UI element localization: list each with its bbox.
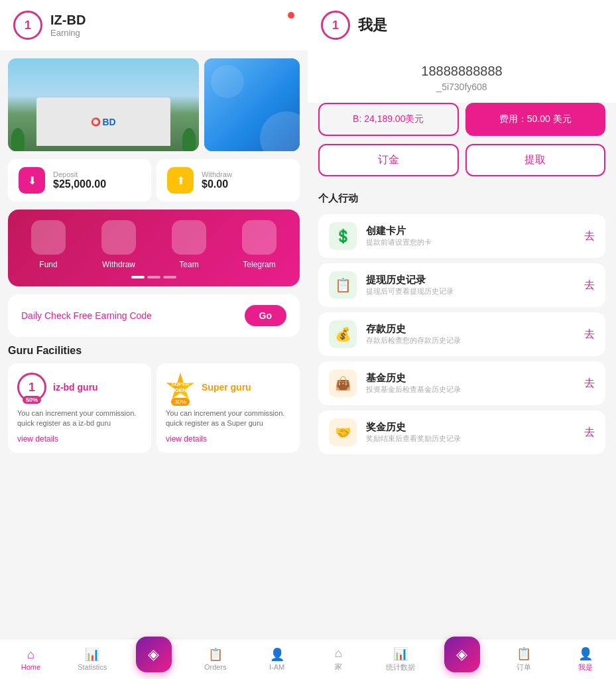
- menu-create-card[interactable]: 💲 创建卡片 提款前请设置您的卡 去: [318, 214, 605, 258]
- view-details-super[interactable]: view details: [166, 434, 290, 444]
- menu-deposit-history[interactable]: 💰 存款历史 存款后检查您的存款历史记录 去: [318, 312, 605, 356]
- check-code-section: Daily Check Free Earning Code Go: [8, 294, 300, 337]
- right-panel: 1 我是 18888888888 _5i730fy608 B: 24,189.0…: [308, 0, 616, 679]
- view-details-izbd[interactable]: view details: [17, 434, 142, 444]
- nav-center-left[interactable]: ◈: [123, 646, 185, 672]
- balance-fee-card: 费用：50.00 美元: [465, 103, 606, 136]
- right-content: 18888888888 _5i730fy608 B: 24,189.00美元 费…: [308, 50, 616, 679]
- withdraw-amount: $0.00: [202, 178, 232, 190]
- blue-blob-2: [211, 65, 244, 98]
- statistics-icon: 📊: [85, 647, 99, 662]
- left-content: ⭕ BD: [0, 50, 308, 679]
- withdraw-button[interactable]: 提取: [465, 144, 606, 176]
- create-card-content: 创建卡片 提款前请设置您的卡: [366, 225, 575, 247]
- home-icon: ⌂: [27, 648, 34, 662]
- nav-orders-label: Orders: [204, 663, 227, 671]
- dot-1: [131, 276, 145, 278]
- personal-section: 个人行动: [308, 187, 616, 214]
- guru-cards: 1 50% iz-bd guru You can increment your …: [8, 363, 300, 453]
- center-button-left[interactable]: ◈: [136, 637, 172, 672]
- fund-history-title: 基金历史: [366, 372, 575, 385]
- super-guru-badge: 30%: [171, 398, 190, 406]
- create-card-icon-box: 💲: [329, 222, 357, 250]
- user-id: _5i730fy608: [324, 82, 600, 92]
- right-nav-me[interactable]: 👤 我是: [554, 647, 616, 672]
- deposit-label: Deposit: [53, 170, 106, 178]
- profile-info: 18888888888 _5i730fy608: [308, 50, 616, 103]
- action-team[interactable]: Team: [172, 220, 206, 269]
- balance-b-card: B: 24,189.00美元: [318, 103, 459, 136]
- tree-left: [11, 128, 25, 151]
- center-button-right[interactable]: ◈: [444, 637, 480, 672]
- bonus-history-icon: 🤝: [335, 424, 351, 440]
- center-icon-right: ◈: [456, 646, 467, 663]
- iam-icon: 👤: [270, 647, 284, 662]
- right-title: 我是: [358, 15, 387, 35]
- nav-home[interactable]: ⌂ Home: [0, 648, 62, 671]
- stats-row: ⬇ Deposit $25,000.00 ⬆ Withdraw $0.00: [0, 159, 308, 210]
- create-card-subtitle: 提款前请设置您的卡: [366, 237, 575, 247]
- guru-name-izbd: iz-bd guru: [53, 382, 98, 393]
- right-nav-home-label: 家: [335, 662, 342, 672]
- withdraw-history-icon: 📋: [335, 277, 351, 293]
- right-nav-me-label: 我是: [578, 662, 593, 672]
- team-label: Team: [179, 260, 198, 269]
- telegram-label: Telegram: [243, 260, 275, 269]
- right-nav-stats[interactable]: 📊 统计数据: [369, 647, 431, 672]
- deposit-history-title: 存款历史: [366, 323, 575, 336]
- bonus-history-content: 奖金历史 奖励结束后查看奖励历史记录: [366, 421, 575, 444]
- withdraw-history-content: 提现历史记录 提现后可查看提现历史记录: [366, 274, 575, 296]
- right-nav-center[interactable]: ◈: [431, 646, 493, 672]
- menu-withdraw-history[interactable]: 📋 提现历史记录 提现后可查看提现历史记录 去: [318, 263, 605, 307]
- action-telegram[interactable]: Telegram: [242, 220, 277, 269]
- nav-iam[interactable]: 👤 I-AM: [246, 647, 308, 671]
- banner-building-bg: ⭕ BD: [8, 58, 199, 151]
- action-bar: Fund Withdraw Team Telegram: [8, 210, 300, 286]
- app-subtitle: Earning: [50, 28, 86, 38]
- nav-orders[interactable]: 📋 Orders: [184, 647, 246, 671]
- guru-name-super: Super guru: [202, 382, 251, 393]
- orders-icon: 📋: [208, 647, 223, 662]
- create-card-arrow: 去: [584, 229, 595, 243]
- banner-main: ⭕ BD: [8, 58, 199, 151]
- fund-label: Fund: [39, 260, 57, 269]
- dot-3: [163, 276, 176, 278]
- guru-card-izbd: 1 50% iz-bd guru You can increment your …: [8, 363, 151, 453]
- deposit-amount: $25,000.00: [53, 178, 106, 190]
- menu-fund-history[interactable]: 👜 基金历史 投资基金后检查基金历史记录 去: [318, 361, 605, 405]
- menu-bonus-history[interactable]: 🤝 奖金历史 奖励结束后查看奖励历史记录 去: [318, 410, 605, 454]
- action-fund[interactable]: Fund: [31, 220, 66, 269]
- withdraw-icon: ⬆: [167, 167, 194, 194]
- right-header: 1 我是: [308, 0, 616, 50]
- withdraw-history-subtitle: 提现后可查看提现历史记录: [366, 286, 575, 296]
- balance-b-label: B: 24,189.00美元: [330, 113, 447, 125]
- building-shape: ⭕ BD: [36, 97, 170, 146]
- guru-desc-super: You can increment your commission. quick…: [166, 408, 290, 429]
- left-panel: 1 IZ-BD Earning ⭕ BD: [0, 0, 308, 679]
- action-items: Fund Withdraw Team Telegram: [13, 220, 294, 269]
- withdraw-icon-box: [101, 220, 136, 255]
- guru-desc-izbd: You can increment your commission. quick…: [17, 408, 142, 429]
- nav-statistics-label: Statistics: [78, 663, 107, 671]
- right-nav-home[interactable]: ⌂ 家: [308, 647, 369, 672]
- deposit-history-icon-box: 💰: [329, 320, 357, 348]
- deposit-icon: ⬇: [19, 167, 45, 194]
- right-orders-icon: 📋: [517, 647, 531, 661]
- blue-blob-1: [260, 111, 300, 151]
- menu-list: 💲 创建卡片 提款前请设置您的卡 去 📋 提现历史记录 提现后可查看提现历史记录: [308, 214, 616, 454]
- right-nav-orders[interactable]: 📋 订单: [493, 647, 554, 672]
- nav-statistics[interactable]: 📊 Statistics: [62, 647, 123, 671]
- deposit-button[interactable]: 订金: [318, 144, 459, 176]
- right-me-icon: 👤: [578, 647, 593, 661]
- dots-indicator: [13, 276, 294, 278]
- nav-iam-label: I-AM: [269, 663, 284, 671]
- check-code-text: Daily Check Free Earning Code: [21, 310, 152, 321]
- super-guru-avatar-wrapper: SUPERAGENT 30%: [166, 373, 195, 402]
- right-nav-stats-label: 统计数据: [386, 662, 415, 672]
- action-withdraw[interactable]: Withdraw: [101, 220, 136, 269]
- personal-title: 个人行动: [318, 192, 605, 205]
- guru-avatar-izbd: 1 50%: [17, 373, 46, 402]
- withdraw-history-icon-box: 📋: [329, 271, 357, 299]
- fund-history-icon-box: 👜: [329, 369, 357, 397]
- go-button[interactable]: Go: [245, 305, 286, 326]
